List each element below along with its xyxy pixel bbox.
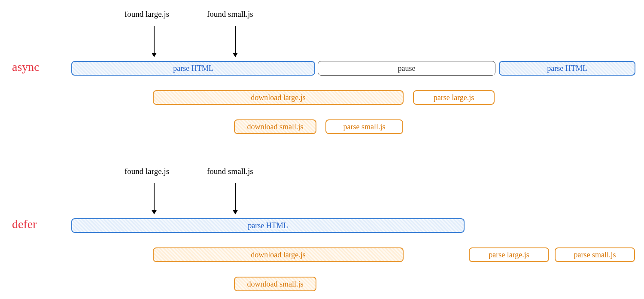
box-parse-small: parse small.js <box>555 247 635 262</box>
box-download-large: download large.js <box>153 247 404 262</box>
arrow-icon <box>235 183 236 214</box>
box-parse-html: parse HTML <box>499 61 635 76</box>
arrow-icon <box>154 183 155 214</box>
box-download-small: download small.js <box>234 277 316 291</box>
annotation-found-small: found small.js <box>207 167 253 176</box>
box-parse-large: parse large.js <box>469 247 549 262</box>
box-download-small: download small.js <box>234 119 316 134</box>
box-parse-html: parse HTML <box>71 218 465 233</box>
annotation-found-large: found large.js <box>125 167 169 176</box>
annotation-found-large: found large.js <box>125 9 169 19</box>
annotation-found-small: found small.js <box>207 9 253 19</box>
arrow-icon <box>235 26 236 57</box>
box-parse-large: parse large.js <box>413 90 495 105</box>
box-pause: pause <box>318 61 495 76</box>
defer-label: defer <box>12 217 37 231</box>
async-section: async found large.js found small.js pars… <box>4 4 640 150</box>
box-parse-small: parse small.js <box>325 119 403 134</box>
async-label: async <box>12 60 39 74</box>
defer-section: defer found large.js found small.js pars… <box>4 150 640 295</box>
box-download-large: download large.js <box>153 90 404 105</box>
box-parse-html: parse HTML <box>71 61 315 76</box>
arrow-icon <box>154 26 155 57</box>
